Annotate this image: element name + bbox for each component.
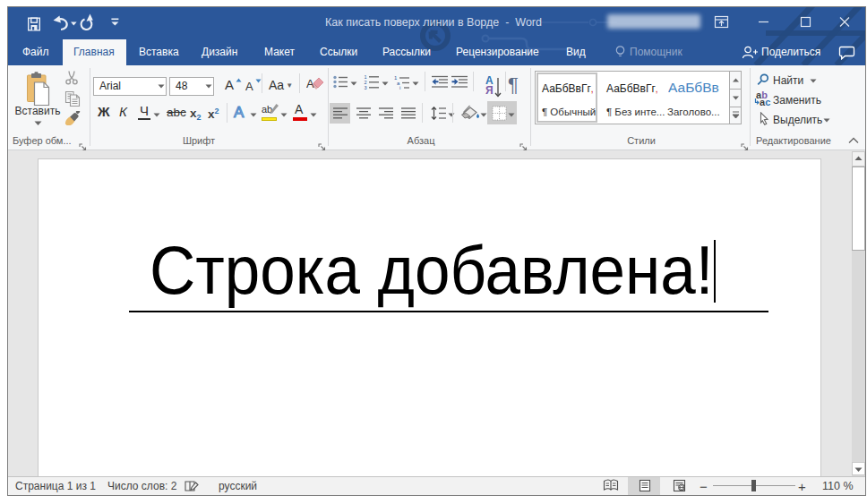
svg-text:i: i xyxy=(399,85,400,90)
svg-text:3: 3 xyxy=(365,85,367,90)
svg-text:A: A xyxy=(234,104,245,120)
